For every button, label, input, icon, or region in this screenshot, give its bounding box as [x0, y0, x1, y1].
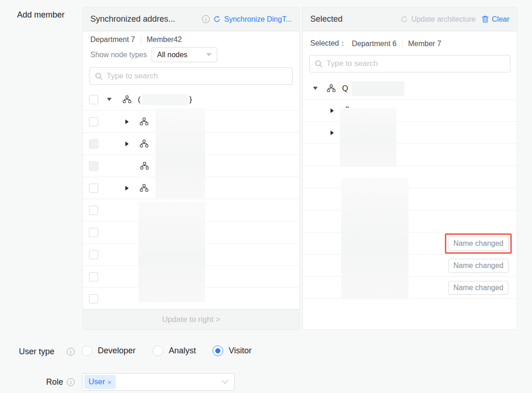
org-node-icon [327, 84, 336, 92]
selected-label: Selected： [310, 39, 346, 48]
trash-icon[interactable] [482, 15, 489, 23]
selected-counts: Selected： Department 6 Member 7 [303, 31, 517, 48]
remove-tag-icon[interactable]: × [107, 378, 112, 386]
search-icon [315, 60, 323, 68]
tree-row[interactable]: Name changed [303, 232, 517, 255]
redacted-content [142, 94, 189, 105]
selected-search[interactable] [309, 55, 510, 72]
refresh-icon [401, 16, 408, 23]
checkbox[interactable] [89, 228, 98, 237]
redacted-content [352, 81, 404, 96]
checkbox[interactable] [89, 206, 98, 215]
caret-right-icon[interactable] [125, 186, 129, 191]
radio-label: Analyst [169, 346, 196, 356]
source-search-input[interactable] [106, 71, 287, 81]
update-architecture-button[interactable]: Update architecture [411, 15, 476, 24]
radio-option-analyst[interactable]: Analyst [153, 345, 196, 356]
update-to-right-button[interactable]: Update to right > [83, 309, 299, 329]
org-node-icon [140, 162, 149, 170]
name-changed-tag: Name changed [448, 281, 508, 295]
tree-row[interactable] [303, 144, 517, 166]
source-panel-header: Synchronized addres... i Synchronize Din… [83, 7, 299, 31]
tree-row[interactable] [303, 166, 517, 188]
role-label: Role [46, 377, 63, 387]
caret-right-icon[interactable] [125, 142, 129, 146]
selected-member-count: Member 7 [408, 40, 441, 48]
checkbox[interactable] [89, 294, 98, 304]
radio-label: Visitor [229, 346, 252, 356]
caret-right-icon[interactable] [331, 131, 334, 135]
node-label: ( [138, 95, 141, 104]
selected-search-input[interactable] [326, 59, 505, 68]
synchronize-dingtalk-link[interactable]: Synchronize DingT... [224, 15, 292, 24]
divider [141, 36, 141, 43]
checkbox[interactable] [89, 184, 98, 193]
name-changed-tag: Name changed [448, 259, 508, 273]
radio-unselected-icon[interactable] [82, 345, 92, 356]
org-node-icon [140, 118, 148, 125]
org-node-icon [140, 140, 148, 148]
divider [402, 40, 402, 47]
source-search[interactable] [89, 67, 293, 85]
tree-row[interactable] [303, 188, 517, 210]
user-type-row: User type i DeveloperAnalystVisitor [0, 345, 532, 358]
node-label: } [189, 95, 192, 104]
checkbox-disabled[interactable] [89, 161, 98, 171]
org-node-icon [123, 95, 131, 103]
info-icon[interactable]: i [67, 348, 75, 356]
checkbox[interactable] [89, 117, 98, 126]
tree-row[interactable] [303, 100, 517, 122]
role-tag: User× [84, 375, 116, 389]
selected-department-count: Department 6 [352, 40, 396, 48]
role-tag-label: User [89, 377, 105, 387]
node-label: Q [342, 84, 348, 93]
cloud-sync-icon[interactable] [213, 15, 221, 23]
role-row: Role i User× [0, 373, 532, 391]
chevron-down-icon [221, 380, 229, 384]
name-changed-tag-wrap: Name changed [448, 259, 508, 273]
node-type-row: Show node types All nodes [83, 44, 299, 62]
selected-panel: Selected Update architecture Clear Selec… [302, 7, 517, 330]
clear-button[interactable]: Clear [492, 15, 509, 24]
selected-tree: Q Name changedName changedName changed [303, 77, 517, 329]
info-icon[interactable]: i [202, 15, 210, 23]
tree-row[interactable] [303, 122, 517, 144]
source-member-count: Member42 [147, 36, 182, 44]
checkbox[interactable] [89, 95, 98, 104]
radio-option-visitor[interactable]: Visitor [213, 345, 252, 356]
caret-down-icon[interactable] [107, 98, 112, 101]
checkbox-disabled[interactable] [89, 139, 98, 149]
name-changed-tag-highlighted: Name changed [445, 233, 512, 254]
radio-label: Developer [98, 346, 136, 356]
caret-right-icon[interactable] [125, 119, 129, 124]
node-type-label: Show node types [90, 51, 147, 59]
node-type-value: All nodes [157, 51, 188, 59]
radio-selected-icon[interactable] [213, 345, 223, 356]
role-select[interactable]: User× [82, 373, 235, 391]
caret-right-icon[interactable] [331, 108, 334, 113]
source-counts: Department 7 Member42 [83, 31, 299, 44]
redacted-content [155, 108, 205, 198]
radio-option-developer[interactable]: Developer [82, 345, 136, 356]
radio-dot [215, 348, 220, 353]
info-icon[interactable]: i [67, 378, 75, 386]
tree-row[interactable]: (} [83, 89, 299, 111]
tree-row[interactable]: Q [303, 77, 517, 100]
redacted-content [138, 202, 205, 302]
tree-row[interactable] [303, 210, 517, 232]
org-node-icon [140, 184, 148, 192]
name-changed-tag-wrap: Name changed [448, 281, 508, 295]
node-type-select[interactable]: All nodes [152, 47, 217, 62]
page-title: Add member [17, 10, 65, 20]
radio-unselected-icon[interactable] [153, 345, 163, 356]
tree-row[interactable]: Name changed [303, 277, 517, 299]
selected-panel-header: Selected Update architecture Clear [303, 7, 517, 31]
caret-down-icon[interactable] [313, 87, 318, 90]
checkbox[interactable] [89, 250, 98, 259]
name-changed-tag: Name changed [448, 237, 508, 250]
caret-down-icon [206, 53, 212, 56]
source-department-count: Department 7 [90, 36, 135, 44]
checkbox[interactable] [89, 272, 98, 281]
selected-panel-title: Selected [310, 14, 343, 24]
tree-row[interactable]: Name changed [303, 255, 517, 277]
